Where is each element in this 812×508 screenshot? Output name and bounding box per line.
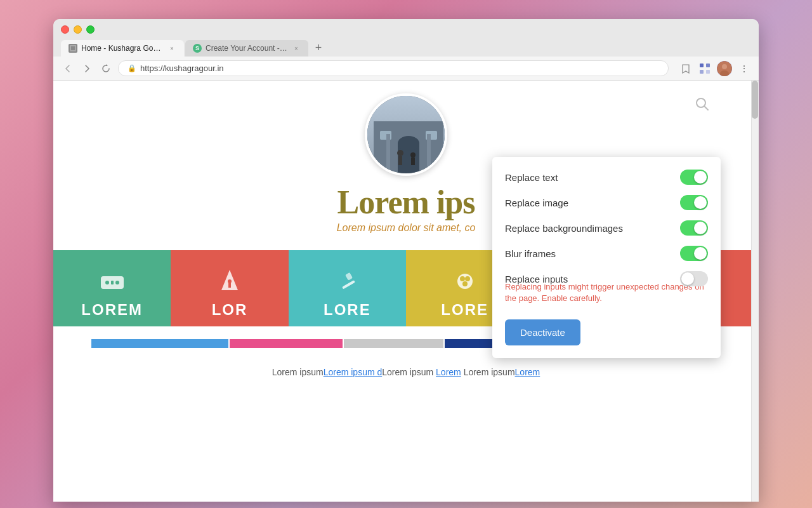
category-label-1: LOREM bbox=[81, 301, 143, 319]
replace-image-toggle[interactable] bbox=[680, 195, 708, 210]
svg-rect-28 bbox=[342, 280, 355, 289]
deactivate-button[interactable]: Deactivate bbox=[505, 319, 580, 345]
svg-point-18 bbox=[397, 150, 403, 156]
hero-subtitle: Lorem ipsum dolor sit amet, co bbox=[337, 222, 476, 234]
svg-rect-4 bbox=[706, 64, 710, 67]
reload-button[interactable] bbox=[99, 62, 113, 76]
back-button[interactable] bbox=[61, 62, 75, 76]
hero-title: Lorem ips bbox=[337, 184, 475, 221]
tab-2[interactable]: S Create Your Account - Segme × bbox=[185, 40, 308, 57]
user-avatar[interactable] bbox=[717, 61, 732, 76]
footer-link-3[interactable]: Lorem bbox=[515, 367, 540, 377]
toolbar-icons: ⋮ bbox=[679, 61, 751, 76]
tab-title-1: Home - Kushagra Gour- Creat bbox=[81, 44, 164, 53]
tab-title-2: Create Your Account - Segme bbox=[206, 44, 288, 53]
category-label-3: LORE bbox=[324, 301, 371, 319]
blur-iframes-label: Blur iframes bbox=[505, 248, 556, 259]
progress-blue bbox=[91, 339, 228, 348]
popup-row-replace-image: Replace image bbox=[505, 195, 708, 210]
svg-rect-21 bbox=[411, 157, 415, 165]
blur-iframes-toggle[interactable] bbox=[680, 246, 708, 261]
category-icon-2 bbox=[220, 269, 239, 296]
page-content: Lorem ips Lorem ipsum dolor sit amet, co… bbox=[53, 81, 759, 502]
replace-image-label: Replace image bbox=[505, 197, 568, 208]
profile-image bbox=[365, 93, 447, 176]
svg-point-20 bbox=[410, 152, 416, 157]
tabs-row: Home - Kushagra Gour- Creat × S Create Y… bbox=[61, 39, 751, 57]
title-bar: Home - Kushagra Gour- Creat × S Create Y… bbox=[53, 19, 759, 57]
category-1[interactable]: LOREM bbox=[53, 250, 171, 326]
menu-button[interactable]: ⋮ bbox=[737, 62, 751, 76]
svg-point-23 bbox=[105, 281, 109, 284]
category-icon-4 bbox=[455, 271, 475, 296]
replace-text-label: Replace text bbox=[505, 172, 558, 183]
tab-favicon-1 bbox=[69, 44, 77, 53]
popup-row-replace-background: Replace backgroundimages bbox=[505, 220, 708, 236]
category-label-2: LOR bbox=[212, 301, 248, 319]
toggle-thumb-replace-inputs bbox=[681, 272, 694, 285]
page-search-button[interactable] bbox=[691, 93, 712, 114]
footer-text: Lorem ipsumLorem ipsum dLorem ipsum Lore… bbox=[272, 367, 540, 377]
close-button[interactable] bbox=[61, 25, 69, 34]
progress-pink bbox=[230, 339, 342, 348]
category-2[interactable]: LOR bbox=[171, 250, 288, 326]
footer-link-1[interactable]: Lorem ipsum d bbox=[324, 367, 383, 377]
svg-rect-19 bbox=[398, 156, 402, 165]
svg-rect-26 bbox=[228, 283, 231, 288]
progress-gray bbox=[344, 339, 443, 348]
replace-background-label: Replace backgroundimages bbox=[505, 223, 623, 234]
svg-point-24 bbox=[115, 281, 119, 284]
svg-point-8 bbox=[722, 64, 727, 69]
address-input[interactable]: 🔒 https://kushagragour.in bbox=[118, 60, 669, 76]
url-text: https://kushagragour.in bbox=[140, 64, 224, 73]
replace-text-toggle[interactable] bbox=[680, 170, 708, 185]
toggle-thumb-replace-text bbox=[694, 171, 707, 184]
popup-warning-text: Replacing inputs might trigger unexpecte… bbox=[505, 281, 708, 304]
scrollbar-thumb[interactable] bbox=[752, 81, 758, 119]
footer-link-2[interactable]: Lorem bbox=[436, 367, 461, 377]
svg-rect-1 bbox=[71, 46, 75, 50]
toggle-thumb-replace-background bbox=[694, 222, 707, 234]
svg-point-32 bbox=[465, 276, 470, 281]
replace-background-toggle[interactable] bbox=[680, 220, 708, 236]
svg-point-27 bbox=[228, 279, 232, 283]
category-icon-3 bbox=[337, 272, 357, 296]
extension-popup: Replace text Replace image Replace backg… bbox=[492, 157, 721, 358]
svg-rect-25 bbox=[111, 281, 114, 284]
replace-inputs-toggle[interactable] bbox=[680, 271, 708, 286]
toggle-thumb-blur-iframes bbox=[694, 247, 707, 260]
profile-placeholder bbox=[367, 96, 445, 173]
browser-window: Home - Kushagra Gour- Creat × S Create Y… bbox=[53, 19, 759, 502]
svg-point-13 bbox=[398, 136, 419, 151]
maximize-button[interactable] bbox=[86, 25, 95, 34]
forward-button[interactable] bbox=[80, 62, 94, 76]
popup-row-blur-iframes: Blur iframes bbox=[505, 246, 708, 261]
scrollbar[interactable] bbox=[751, 81, 759, 502]
lock-icon: 🔒 bbox=[128, 64, 136, 72]
new-tab-button[interactable]: + bbox=[310, 39, 327, 57]
svg-rect-16 bbox=[386, 134, 390, 173]
category-3[interactable]: LORE bbox=[289, 250, 406, 326]
bookmark-button[interactable] bbox=[679, 62, 693, 76]
svg-point-31 bbox=[460, 276, 465, 281]
category-label-4: LORE bbox=[441, 301, 488, 319]
svg-point-33 bbox=[462, 281, 468, 286]
svg-line-45 bbox=[705, 107, 709, 110]
svg-rect-6 bbox=[706, 70, 710, 74]
svg-marker-2 bbox=[106, 64, 108, 66]
svg-rect-29 bbox=[345, 272, 353, 281]
tab-favicon-2: S bbox=[193, 44, 202, 53]
traffic-lights bbox=[61, 25, 751, 34]
tab-close-2[interactable]: × bbox=[292, 44, 301, 53]
extension-icon[interactable] bbox=[698, 62, 712, 76]
tab-close-1[interactable]: × bbox=[167, 44, 176, 53]
svg-rect-17 bbox=[427, 134, 431, 173]
category-icon-1 bbox=[101, 274, 124, 296]
toggle-thumb-replace-image bbox=[694, 196, 707, 209]
minimize-button[interactable] bbox=[74, 25, 82, 34]
svg-rect-5 bbox=[700, 70, 704, 74]
popup-row-replace-text: Replace text bbox=[505, 170, 708, 185]
tab-1[interactable]: Home - Kushagra Gour- Creat × bbox=[61, 40, 184, 57]
svg-rect-3 bbox=[700, 64, 704, 67]
address-bar: 🔒 https://kushagragour.in bbox=[53, 57, 759, 81]
